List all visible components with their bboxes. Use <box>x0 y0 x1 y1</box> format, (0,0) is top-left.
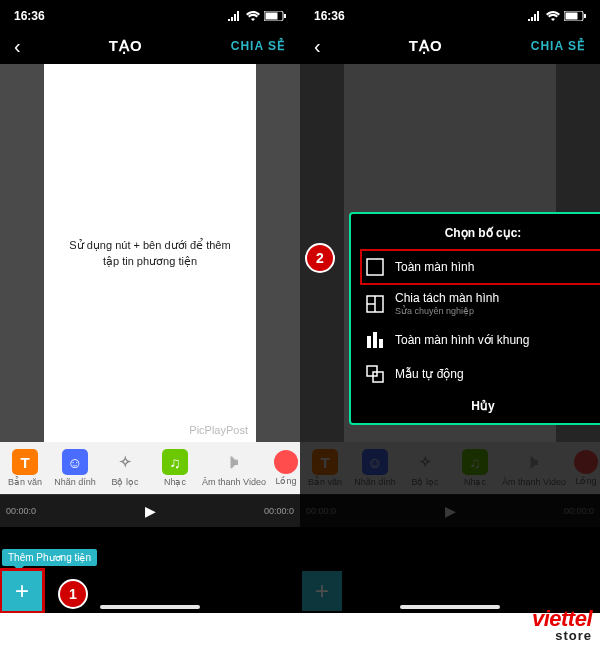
tool-more[interactable]: Lồng <box>268 450 300 486</box>
signal-icon <box>528 11 542 21</box>
canvas-page[interactable]: Sử dụng nút + bên dưới để thêm tập tin p… <box>44 64 256 442</box>
svg-rect-4 <box>584 14 586 18</box>
svg-rect-10 <box>367 336 371 348</box>
svg-rect-2 <box>266 13 278 20</box>
brand-logo: viettel store <box>532 606 592 643</box>
track-area: Thêm Phương tiện + 1 <box>0 527 300 613</box>
svg-rect-14 <box>373 372 383 382</box>
play-button[interactable]: ▶ <box>145 503 156 519</box>
signal-icon <box>228 11 242 21</box>
nav-bar: ‹ TẠO CHIA SẺ <box>300 28 600 64</box>
wifi-icon <box>246 11 260 21</box>
tool-voice[interactable]: 🕨Âm thanh Video <box>200 449 268 487</box>
watermark: PicPlayPost <box>189 424 248 436</box>
split-icon <box>365 294 385 314</box>
timeline-bar: 00:00:0 ▶ 00:00:0 <box>0 494 300 527</box>
frame-icon <box>365 330 385 350</box>
layout-popup: Chọn bố cục: Toàn màn hình Chia tách màn… <box>349 212 600 425</box>
layout-option-split[interactable]: Chia tách màn hìnhSửa chuyên nghiệp <box>361 284 600 323</box>
svg-rect-11 <box>373 332 377 348</box>
timeline-end: 00:00:0 <box>264 506 294 516</box>
tool-text[interactable]: TBản văn <box>0 449 50 487</box>
svg-rect-6 <box>367 259 383 275</box>
status-time: 16:36 <box>14 9 45 23</box>
canvas-area: Sử dụng nút + bên dưới để thêm tập tin p… <box>0 64 300 442</box>
status-indicators <box>528 11 586 21</box>
canvas-placeholder: Sử dụng nút + bên dưới để thêm tập tin p… <box>44 237 256 270</box>
tool-sticker[interactable]: ☺Nhãn dính <box>50 449 100 487</box>
status-time: 16:36 <box>314 9 345 23</box>
back-button[interactable]: ‹ <box>14 36 21 56</box>
nav-bar: ‹ TẠO CHIA SẺ <box>0 28 300 64</box>
toolbar: TBản văn ☺Nhãn dính ✧Bộ lọc ♫Nhạc 🕨Âm th… <box>0 442 300 494</box>
svg-rect-13 <box>367 366 377 376</box>
share-button[interactable]: CHIA SẺ <box>531 39 586 53</box>
nav-title: TẠO <box>409 37 443 55</box>
share-button[interactable]: CHIA SẺ <box>231 39 286 53</box>
svg-rect-1 <box>284 14 286 18</box>
nav-title: TẠO <box>109 37 143 55</box>
svg-rect-12 <box>379 339 383 348</box>
add-media-hint: Thêm Phương tiện <box>2 549 97 566</box>
phone-screenshot-right: 16:36 ‹ TẠO CHIA SẺ TBản văn ☺Nhãn dính … <box>300 0 600 613</box>
layout-option-auto[interactable]: Mẫu tự động <box>361 357 600 391</box>
phone-screenshot-left: 16:36 ‹ TẠO CHIA SẺ Sử dụng nút + bên dư… <box>0 0 300 613</box>
home-indicator <box>400 605 500 609</box>
popup-cancel[interactable]: Hủy <box>361 391 600 417</box>
back-button[interactable]: ‹ <box>314 36 321 56</box>
stage: 16:36 ‹ TẠO CHIA SẺ Sử dụng nút + bên dư… <box>0 0 600 649</box>
status-indicators <box>228 11 286 21</box>
status-bar: 16:36 <box>300 0 600 28</box>
tool-filter[interactable]: ✧Bộ lọc <box>100 449 150 487</box>
wifi-icon <box>546 11 560 21</box>
fullscreen-icon <box>365 257 385 277</box>
svg-rect-5 <box>566 13 578 20</box>
popup-title: Chọn bố cục: <box>361 226 600 240</box>
battery-icon <box>264 11 286 21</box>
status-bar: 16:36 <box>0 0 300 28</box>
home-indicator <box>100 605 200 609</box>
tool-music[interactable]: ♫Nhạc <box>150 449 200 487</box>
battery-icon <box>564 11 586 21</box>
layout-option-fullscreen[interactable]: Toàn màn hình <box>361 250 600 284</box>
step-badge-2: 2 <box>305 243 335 273</box>
timeline-start: 00:00:0 <box>6 506 36 516</box>
auto-template-icon <box>365 364 385 384</box>
layout-option-frame[interactable]: Toàn màn hình với khung <box>361 323 600 357</box>
step-badge-1: 1 <box>58 579 88 609</box>
add-media-button[interactable]: + <box>2 571 42 611</box>
